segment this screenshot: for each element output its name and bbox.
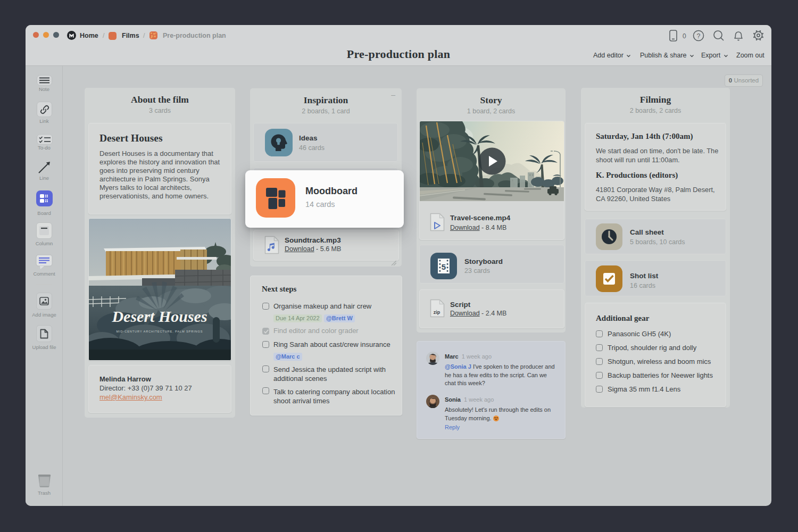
svg-text:MID-CENTURY ARCHITECTURE, PALM: MID-CENTURY ARCHITECTURE, PALM SPRINGS: [117, 330, 203, 333]
svg-text:?: ?: [697, 32, 701, 40]
svg-text:Desert Houses: Desert Houses: [111, 307, 207, 325]
svg-text:5: 5: [442, 262, 446, 271]
svg-text:zip: zip: [434, 310, 440, 315]
svg-text:0: 0: [683, 32, 686, 40]
